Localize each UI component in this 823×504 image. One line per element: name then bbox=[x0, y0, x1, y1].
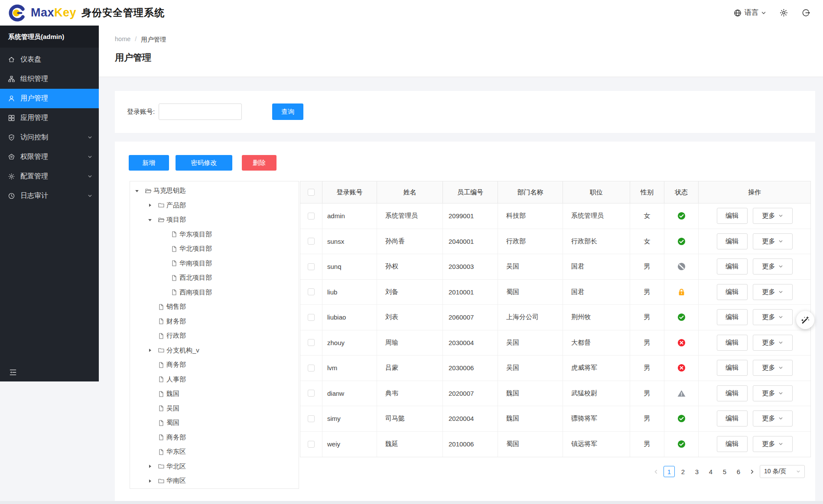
tree-node-label: 华北项目部 bbox=[179, 245, 212, 253]
edit-button[interactable]: 编辑 bbox=[717, 335, 748, 351]
row-checkbox[interactable] bbox=[308, 415, 315, 422]
tree-node[interactable]: 西南项目部 bbox=[130, 285, 299, 300]
edit-button[interactable]: 编辑 bbox=[717, 309, 748, 325]
row-checkbox[interactable] bbox=[308, 365, 315, 372]
edit-button[interactable]: 编辑 bbox=[717, 436, 748, 452]
next-page-button[interactable] bbox=[748, 466, 756, 477]
settings-button[interactable] bbox=[779, 8, 788, 17]
tree-node[interactable]: 销售部 bbox=[130, 300, 299, 314]
chevron-down-icon bbox=[778, 391, 783, 396]
tree-node[interactable]: 商务部 bbox=[130, 430, 299, 445]
caret-right-icon[interactable] bbox=[146, 479, 158, 483]
sidebar-item-user[interactable]: 用户管理 bbox=[0, 89, 99, 108]
tree-node-label: 马克思钥匙 bbox=[153, 187, 186, 195]
page-size-select[interactable]: 10 条/页 bbox=[760, 465, 805, 478]
tree-node[interactable]: 华东区 bbox=[130, 445, 299, 459]
more-button[interactable]: 更多 bbox=[753, 385, 793, 401]
edit-button[interactable]: 编辑 bbox=[717, 233, 748, 249]
tree-node[interactable]: 产品部 bbox=[130, 198, 299, 213]
more-button[interactable]: 更多 bbox=[753, 208, 793, 224]
sidebar-item-app[interactable]: 应用管理 bbox=[0, 108, 99, 128]
sidebar-item-audit[interactable]: 日志审计 bbox=[0, 186, 99, 206]
row-checkbox[interactable] bbox=[308, 288, 315, 295]
sidebar-item-org[interactable]: 组织管理 bbox=[0, 69, 99, 89]
row-checkbox[interactable] bbox=[308, 213, 315, 220]
select-all-checkbox[interactable] bbox=[308, 189, 315, 196]
change-password-button[interactable]: 密码修改 bbox=[176, 155, 232, 171]
page-4-button[interactable]: 4 bbox=[705, 466, 716, 477]
tree-node-label: 销售部 bbox=[166, 303, 186, 311]
query-button[interactable]: 查询 bbox=[272, 103, 303, 120]
tree-node[interactable]: 华北区 bbox=[130, 459, 299, 474]
more-button[interactable]: 更多 bbox=[753, 258, 793, 275]
tree-node[interactable]: 魏国 bbox=[130, 387, 299, 401]
breadcrumb-home[interactable]: home bbox=[115, 36, 130, 44]
row-checkbox[interactable] bbox=[308, 314, 315, 321]
magic-wand-button[interactable] bbox=[796, 311, 814, 329]
cell-gender: 男 bbox=[630, 280, 664, 305]
tree-node[interactable]: 项目部 bbox=[130, 213, 299, 227]
sidebar-item-permission[interactable]: 权限管理 bbox=[0, 147, 99, 167]
row-checkbox[interactable] bbox=[308, 263, 315, 270]
tree-node[interactable]: 人事部 bbox=[130, 372, 299, 387]
prev-page-button[interactable] bbox=[652, 466, 660, 477]
page-6-button[interactable]: 6 bbox=[733, 466, 744, 477]
tree-node[interactable]: 财务部 bbox=[130, 314, 299, 329]
tree-node[interactable]: 蜀国 bbox=[130, 416, 299, 430]
row-checkbox[interactable] bbox=[308, 390, 315, 397]
more-button[interactable]: 更多 bbox=[753, 410, 793, 426]
row-checkbox[interactable] bbox=[308, 339, 315, 346]
tree-node[interactable]: 吴国 bbox=[130, 401, 299, 416]
more-button[interactable]: 更多 bbox=[753, 284, 793, 300]
edit-button[interactable]: 编辑 bbox=[717, 385, 748, 401]
more-button[interactable]: 更多 bbox=[753, 309, 793, 325]
more-button[interactable]: 更多 bbox=[753, 335, 793, 351]
page-2-button[interactable]: 2 bbox=[677, 466, 689, 477]
edit-button[interactable]: 编辑 bbox=[717, 284, 748, 300]
edit-button[interactable]: 编辑 bbox=[717, 410, 748, 426]
more-button[interactable]: 更多 bbox=[753, 360, 793, 376]
row-checkbox[interactable] bbox=[308, 441, 315, 448]
brand-max: Max bbox=[31, 6, 54, 19]
page-5-button[interactable]: 5 bbox=[719, 466, 730, 477]
tree-node[interactable]: 华东项目部 bbox=[130, 227, 299, 242]
edit-button[interactable]: 编辑 bbox=[717, 208, 748, 224]
tree-node[interactable]: 华南项目部 bbox=[130, 256, 299, 271]
user-table: 登录账号 姓名 员工编号 部门名称 职位 性别 状态 操作 admin系统管理员… bbox=[300, 181, 811, 457]
more-button-label: 更多 bbox=[762, 212, 775, 220]
caret-right-icon[interactable] bbox=[146, 203, 158, 207]
cell-account: liubiao bbox=[322, 305, 377, 330]
cell-name: 吕蒙 bbox=[377, 355, 443, 381]
tree-node[interactable]: 华南区 bbox=[130, 474, 299, 488]
tree-node[interactable]: 行政部 bbox=[130, 329, 299, 343]
col-header-name: 姓名 bbox=[377, 181, 443, 203]
page-1-button[interactable]: 1 bbox=[664, 466, 675, 477]
caret-down-icon[interactable] bbox=[133, 189, 145, 193]
cell-gender: 女 bbox=[630, 204, 664, 229]
delete-button[interactable]: 删除 bbox=[242, 155, 277, 171]
sidebar-item-config[interactable]: 配置管理 bbox=[0, 167, 99, 186]
caret-down-icon[interactable] bbox=[146, 218, 158, 222]
more-button[interactable]: 更多 bbox=[753, 233, 793, 249]
tree-node[interactable]: 分支机构_v bbox=[130, 343, 299, 358]
account-input[interactable] bbox=[159, 103, 242, 120]
add-button[interactable]: 新增 bbox=[129, 155, 169, 171]
tree-node[interactable]: 商务部 bbox=[130, 358, 299, 372]
language-label: 语言 bbox=[745, 8, 758, 17]
menu-fold-icon[interactable] bbox=[9, 368, 17, 377]
tree-node[interactable]: 马克思钥匙 bbox=[130, 184, 299, 198]
caret-right-icon[interactable] bbox=[146, 348, 158, 352]
bottom-scrollbar[interactable] bbox=[0, 501, 823, 504]
sidebar-item-dashboard[interactable]: 仪表盘 bbox=[0, 50, 99, 69]
more-button[interactable]: 更多 bbox=[753, 436, 793, 452]
row-checkbox[interactable] bbox=[308, 238, 315, 245]
caret-right-icon[interactable] bbox=[146, 464, 158, 468]
edit-button[interactable]: 编辑 bbox=[717, 258, 748, 275]
sidebar-item-access[interactable]: 访问控制 bbox=[0, 128, 99, 147]
logout-button[interactable] bbox=[801, 8, 810, 17]
page-3-button[interactable]: 3 bbox=[691, 466, 703, 477]
language-selector[interactable]: 语言 bbox=[733, 8, 766, 17]
edit-button[interactable]: 编辑 bbox=[717, 360, 748, 376]
tree-node[interactable]: 华北项目部 bbox=[130, 242, 299, 256]
tree-node[interactable]: 西北项目部 bbox=[130, 271, 299, 285]
